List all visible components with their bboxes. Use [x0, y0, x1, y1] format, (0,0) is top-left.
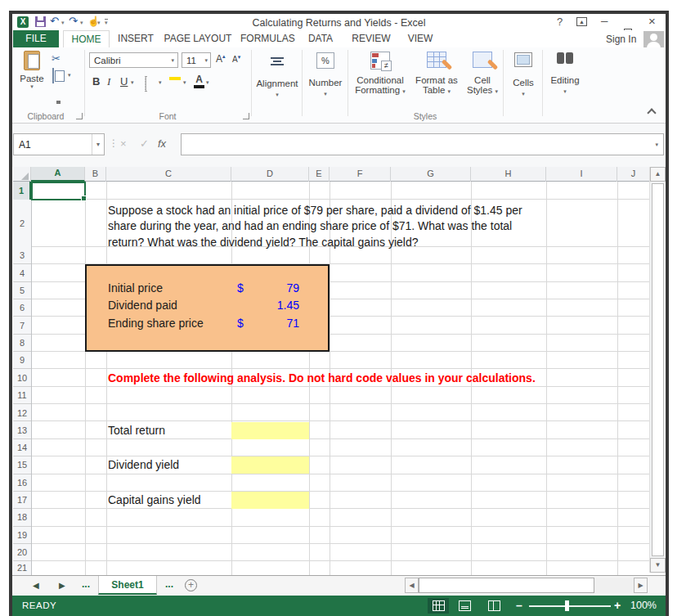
collapse-ribbon-icon[interactable] — [647, 108, 656, 117]
zoom-in-icon[interactable]: + — [614, 599, 621, 612]
input-cell-dividend-yield[interactable] — [231, 456, 309, 474]
enter-icon[interactable]: ✓ — [140, 137, 149, 150]
cancel-icon[interactable]: × — [120, 137, 127, 150]
row-header-2[interactable]: 2 — [13, 200, 31, 247]
column-header-d[interactable]: D — [231, 167, 309, 182]
row-header-11[interactable]: 11 — [13, 387, 31, 404]
new-sheet-icon[interactable]: + — [185, 579, 197, 591]
horizontal-scrollbar[interactable]: ◀ ▶ — [405, 578, 648, 593]
borders-dropdown-icon[interactable]: ▾ — [159, 79, 162, 86]
column-header-a[interactable]: A — [31, 167, 85, 182]
row-header-8[interactable]: 8 — [13, 335, 31, 352]
qat-customize-icon[interactable]: ▾ — [105, 19, 108, 26]
column-header-c[interactable]: C — [106, 167, 231, 182]
view-page-layout-button[interactable] — [454, 598, 475, 614]
cells-button[interactable]: Cells ▾ — [506, 52, 540, 115]
scroll-right-icon[interactable]: ▶ — [634, 578, 648, 593]
sheet-ellipsis-right[interactable]: ... — [165, 578, 173, 590]
tab-page-layout[interactable]: PAGE LAYOUT — [162, 30, 234, 47]
formula-input[interactable]: ▾ — [181, 133, 664, 155]
cut-icon[interactable]: ✂ — [52, 52, 61, 65]
clipboard-dialog-launcher-icon[interactable] — [76, 113, 83, 119]
formula-bar-grip-icon[interactable]: ⋮ — [109, 137, 119, 149]
undo-dropdown-icon[interactable]: ▾ — [61, 20, 65, 26]
ribbon-display-options-icon[interactable]: ▲ — [576, 17, 587, 26]
bold-button[interactable]: B — [92, 75, 100, 88]
column-header-e[interactable]: E — [309, 167, 330, 182]
row-header-1[interactable]: 1 — [13, 182, 31, 200]
font-size-select[interactable]: 11 ▾ — [182, 52, 211, 68]
sign-in-link[interactable]: Sign In — [606, 34, 636, 45]
name-box[interactable]: A1 ▾ — [13, 133, 105, 155]
zoom-out-icon[interactable]: – — [516, 599, 522, 612]
row-header-9[interactable]: 9 — [13, 352, 31, 369]
row-header-15[interactable]: 15 — [13, 456, 31, 474]
row-header-6[interactable]: 6 — [13, 299, 31, 317]
fill-color-dropdown-icon[interactable]: ▾ — [183, 79, 186, 86]
input-cell-total-return[interactable] — [231, 422, 309, 439]
given-row-initial-price[interactable]: Initial price $ 79 — [87, 281, 328, 299]
sheet-nav-next-icon[interactable]: ▶ — [59, 581, 65, 590]
vertical-scrollbar-thumb[interactable] — [652, 183, 664, 556]
sheet-tab-sheet1[interactable]: Sheet1 — [98, 576, 157, 595]
scroll-up-icon[interactable]: ▲ — [650, 167, 666, 182]
scroll-left-icon[interactable]: ◀ — [405, 578, 419, 593]
tab-file[interactable]: FILE — [13, 30, 59, 47]
conditional-formatting-button[interactable]: ≠ Conditional Formatting ▾ — [351, 52, 410, 95]
tab-view[interactable]: VIEW — [402, 30, 438, 47]
underline-button[interactable]: U — [120, 75, 128, 88]
row-header-17[interactable]: 17 — [13, 492, 31, 509]
row-header-10[interactable]: 10 — [13, 369, 31, 387]
column-header-g[interactable]: G — [391, 167, 471, 182]
view-page-break-button[interactable] — [483, 598, 504, 614]
save-icon[interactable] — [35, 16, 46, 27]
column-header-f[interactable]: F — [330, 167, 391, 182]
fill-color-icon[interactable] — [169, 76, 181, 80]
row-header-18[interactable]: 18 — [13, 509, 31, 526]
undo-icon[interactable]: ↶ — [50, 16, 59, 27]
font-dialog-launcher-icon[interactable] — [243, 113, 249, 119]
row-header-3[interactable]: 3 — [13, 247, 31, 264]
row-header-21[interactable]: 21 — [13, 561, 31, 575]
row-header-4[interactable]: 4 — [13, 264, 31, 282]
given-row-dividend-paid[interactable]: Dividend paid 1.45 — [87, 299, 328, 316]
alignment-button[interactable]: Alignment ▾ — [254, 52, 300, 115]
formula-bar-expand-icon[interactable]: ▾ — [655, 142, 663, 148]
column-header-b[interactable]: B — [85, 167, 106, 182]
number-button[interactable]: % Number ▾ — [305, 52, 346, 115]
font-color-icon[interactable]: A — [194, 74, 204, 88]
underline-dropdown-icon[interactable]: ▾ — [131, 79, 134, 86]
view-normal-button[interactable] — [428, 598, 449, 614]
format-as-table-button[interactable]: Format as Table ▾ — [411, 52, 462, 95]
row-header-5[interactable]: 5 — [13, 282, 31, 299]
row-header-14[interactable]: 14 — [13, 439, 31, 456]
row-header-7[interactable]: 7 — [13, 317, 31, 335]
shrink-font-button[interactable]: A▾ — [232, 54, 240, 64]
column-header-i[interactable]: I — [546, 167, 617, 182]
vertical-scrollbar[interactable]: ▲ ▼ — [649, 167, 665, 573]
insert-function-icon[interactable]: fx — [158, 137, 166, 150]
column-header-j[interactable]: J — [617, 167, 649, 182]
selected-cell-a1[interactable] — [31, 182, 86, 200]
row-header-13[interactable]: 13 — [13, 422, 31, 439]
help-icon[interactable]: ? — [557, 16, 563, 28]
scroll-down-icon[interactable]: ▼ — [650, 558, 666, 573]
touch-mode-dropdown-icon[interactable]: ▾ — [97, 20, 101, 26]
instruction-cell[interactable]: Complete the following analysis. Do not … — [108, 371, 536, 384]
sheet-nav-prev-icon[interactable]: ◀ — [33, 581, 39, 590]
cell-styles-button[interactable]: Cell Styles ▾ — [464, 52, 501, 95]
font-name-select[interactable]: Calibri ▾ — [89, 52, 178, 68]
minimize-icon[interactable]: – — [601, 13, 608, 27]
avatar[interactable] — [643, 31, 664, 49]
tab-insert[interactable]: INSERT — [114, 30, 157, 47]
column-header-h[interactable]: H — [471, 167, 546, 182]
tab-formulas[interactable]: FORMULAS — [240, 30, 293, 47]
sheet-ellipsis-left[interactable]: ... — [82, 578, 90, 590]
select-all-corner[interactable] — [13, 167, 31, 182]
zoom-slider-handle[interactable] — [565, 600, 569, 611]
row-header-20[interactable]: 20 — [13, 544, 31, 561]
tab-home[interactable]: HOME — [63, 30, 110, 47]
tab-data[interactable]: DATA — [301, 30, 340, 47]
copy-dropdown-icon[interactable]: ▾ — [68, 72, 71, 79]
given-data-box[interactable]: Initial price $ 79 Dividend paid 1.45 En… — [85, 264, 330, 352]
